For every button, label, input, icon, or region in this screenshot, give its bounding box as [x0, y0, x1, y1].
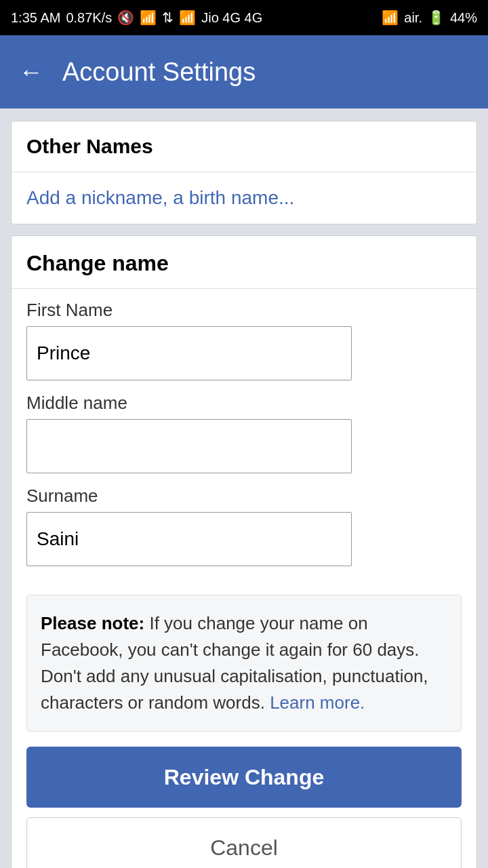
data-arrows-icon: ⇅ — [162, 9, 174, 26]
middle-name-group: Middle name — [26, 393, 462, 473]
add-nickname-link[interactable]: Add a nickname, a birth name... — [12, 172, 476, 224]
signal-right-icon: 📶 — [382, 9, 399, 26]
status-left: 1:35 AM 0.87K/s 🔇 📶 ⇅ 📶 Jio 4G 4G — [11, 9, 262, 26]
first-name-group: First Name — [26, 300, 462, 380]
first-name-input[interactable] — [26, 326, 352, 380]
time-display: 1:35 AM — [11, 10, 60, 26]
speed-display: 0.87K/s — [66, 10, 112, 26]
battery-label: 44% — [450, 10, 477, 26]
app-bar: ← Account Settings — [0, 35, 488, 108]
cancel-button[interactable]: Cancel — [26, 817, 462, 868]
note-bold-text: Please note: — [41, 613, 144, 633]
middle-name-label: Middle name — [26, 393, 462, 414]
content-area: Other Names Add a nickname, a birth name… — [0, 108, 488, 868]
button-section: Review Change Cancel — [12, 747, 476, 868]
network-label: Jio 4G 4G — [201, 10, 262, 26]
surname-input[interactable] — [26, 512, 352, 566]
middle-name-input[interactable] — [26, 419, 352, 473]
review-change-button[interactable]: Review Change — [26, 747, 462, 808]
status-right: 📶 air. 🔋 44% — [382, 9, 477, 26]
status-bar: 1:35 AM 0.87K/s 🔇 📶 ⇅ 📶 Jio 4G 4G 📶 air.… — [0, 0, 488, 35]
app-bar-title: Account Settings — [62, 58, 256, 87]
learn-more-link[interactable]: Learn more. — [270, 692, 365, 713]
wifi-icon: 📶 — [140, 9, 157, 26]
form-section: First Name Middle name Surname — [12, 289, 476, 589]
change-name-card: Change name First Name Middle name Surna… — [11, 235, 477, 868]
battery-icon: 🔋 — [428, 9, 445, 26]
carrier-label: air. — [404, 10, 422, 26]
back-button[interactable]: ← — [19, 58, 43, 86]
surname-group: Surname — [26, 486, 462, 566]
signal-icon: 📶 — [179, 9, 196, 26]
other-names-card: Other Names Add a nickname, a birth name… — [11, 121, 477, 224]
mute-icon: 🔇 — [117, 9, 134, 26]
surname-label: Surname — [26, 486, 462, 507]
note-box: Please note: If you change your name on … — [26, 595, 462, 732]
other-names-header: Other Names — [12, 121, 476, 172]
first-name-label: First Name — [26, 300, 462, 321]
change-name-header: Change name — [12, 236, 476, 289]
